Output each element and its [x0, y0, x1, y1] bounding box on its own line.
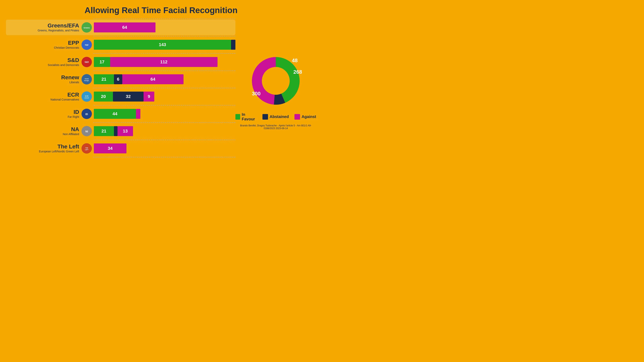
svg-text:europe.: europe.	[84, 80, 89, 81]
party-row: EPPChristian Democratsepp143	[6, 37, 236, 52]
bars-area: 21664	[94, 72, 236, 86]
bar-green: 20	[94, 92, 113, 101]
bar-pink: 64	[94, 22, 156, 32]
bar-pink: 34	[94, 143, 126, 153]
party-label-area: EPPChristian Democrats	[6, 40, 82, 49]
chart-area: Greens/EFAGreens, Regionalists, and Pira…	[6, 19, 236, 158]
bar-pink: 9	[144, 92, 154, 101]
favour-label: In Favour	[242, 112, 257, 121]
row-separator	[94, 19, 236, 19]
bars-area: 20329	[94, 90, 236, 103]
bar-green: 21	[94, 126, 114, 136]
bars-area: 44	[94, 107, 236, 121]
party-row: S&DSocialists and DemocratsS&D17112	[6, 54, 236, 70]
bar-green: 21	[94, 74, 114, 84]
citation: Brando Benifei, Dragoș Tudorache - Après…	[236, 124, 316, 130]
svg-text:NI: NI	[86, 130, 88, 133]
party-label-area: Greens/EFAGreens, Regionalists, and Pira…	[6, 23, 82, 32]
party-sub: Non Affiliated	[63, 132, 79, 136]
row-separator	[94, 140, 236, 140]
svg-text:THE: THE	[85, 147, 88, 149]
against-box	[294, 114, 300, 120]
svg-text:Greens: Greens	[84, 27, 90, 29]
party-label-area: NANon Affiliated	[6, 126, 82, 136]
svg-text:ID: ID	[86, 113, 88, 116]
legend-against: Against	[294, 114, 316, 120]
party-sub: Far Right	[68, 115, 79, 119]
party-row: The LeftEuropean Left/Nordic Green LeftT…	[6, 141, 236, 156]
bars-area: 34	[94, 142, 236, 155]
bars-area: 2113	[94, 124, 236, 138]
party-logo: ID	[82, 109, 92, 119]
party-logo: ECRGROUP	[82, 91, 92, 102]
party-logo: epp	[82, 39, 92, 50]
bar-pink: 112	[110, 57, 218, 67]
bars-area: 17112	[94, 55, 236, 69]
bars-area: 64	[94, 21, 236, 34]
party-name: The Left	[58, 144, 79, 150]
bar-pink: 13	[118, 126, 133, 136]
row-separator	[94, 36, 236, 36]
row-separator	[94, 105, 236, 105]
row-separator	[94, 88, 236, 88]
bar-green: 44	[94, 109, 136, 119]
party-sub: National Conservatives	[50, 98, 79, 101]
svg-text:LEFT: LEFT	[85, 149, 88, 150]
bar-pink	[136, 109, 140, 119]
party-label-area: The LeftEuropean Left/Nordic Green Left	[6, 144, 82, 153]
party-logo: S&D	[82, 57, 92, 67]
party-logo: NI	[82, 126, 92, 136]
row-separator	[94, 70, 236, 71]
party-sub: Christian Democrats	[54, 46, 79, 49]
party-name: ECR	[68, 92, 79, 98]
party-name: NA	[71, 126, 79, 132]
party-name: ID	[74, 109, 79, 115]
party-sub: Socialists and Democrats	[48, 63, 79, 67]
bar-green: 17	[94, 57, 110, 67]
bar-dark: 32	[113, 92, 144, 101]
party-row: ECRNational ConservativesECRGROUP20329	[6, 89, 236, 104]
party-row: NANon AffiliatedNI2113	[6, 123, 236, 139]
against-label: Against	[302, 114, 316, 119]
abstained-label: Abstained	[270, 114, 289, 119]
party-label-area: IDFar Right	[6, 109, 82, 119]
party-row: Greens/EFAGreens, Regionalists, and Pira…	[6, 20, 236, 35]
svg-text:epp: epp	[85, 44, 88, 46]
svg-text:S&D: S&D	[84, 61, 89, 63]
party-sub: Greens, Regionalists, and Pirates	[38, 29, 79, 32]
party-sub: Liberals	[70, 81, 79, 84]
favour-box	[236, 114, 240, 120]
donut-chart: 268 48 300	[248, 53, 304, 109]
legend: In Favour Abstained Against	[236, 112, 316, 121]
party-name: Greens/EFA	[48, 23, 79, 29]
title: Allowing Real Time Facial Recognition	[0, 0, 322, 19]
party-name: S&D	[68, 57, 79, 63]
donut-abstained-label: 48	[292, 57, 298, 63]
bar-dark	[114, 126, 118, 136]
right-panel: 268 48 300 In Favour Abstained Against B…	[236, 19, 316, 158]
svg-text:renew: renew	[85, 78, 89, 79]
party-logo: reneweurope.	[82, 74, 92, 84]
bar-green: 143	[94, 40, 231, 50]
donut-favour-label: 268	[294, 69, 302, 75]
party-sub: European Left/Nordic Green Left	[39, 150, 79, 153]
party-logo: THELEFT	[82, 143, 92, 154]
abstained-box	[262, 114, 268, 120]
svg-text:ECR: ECR	[85, 95, 88, 97]
party-row: IDFar RightID44	[6, 106, 236, 122]
bar-pink: 64	[122, 74, 184, 84]
row-separator	[94, 53, 236, 54]
svg-text:GROUP: GROUP	[84, 97, 89, 98]
legend-favour: In Favour	[236, 112, 257, 121]
bars-area: 143	[94, 38, 236, 51]
party-name: Renew	[61, 74, 79, 81]
donut-against-label: 300	[252, 91, 260, 97]
party-logo: Greens	[82, 22, 92, 32]
party-row: RenewLiberalsreneweurope.21664	[6, 71, 236, 87]
bar-dark: 6	[114, 74, 122, 84]
legend-abstained: Abstained	[262, 114, 289, 120]
bar-dark	[231, 40, 236, 50]
party-label-area: S&DSocialists and Democrats	[6, 57, 82, 67]
row-separator	[94, 122, 236, 123]
party-label-area: ECRNational Conservatives	[6, 92, 82, 101]
